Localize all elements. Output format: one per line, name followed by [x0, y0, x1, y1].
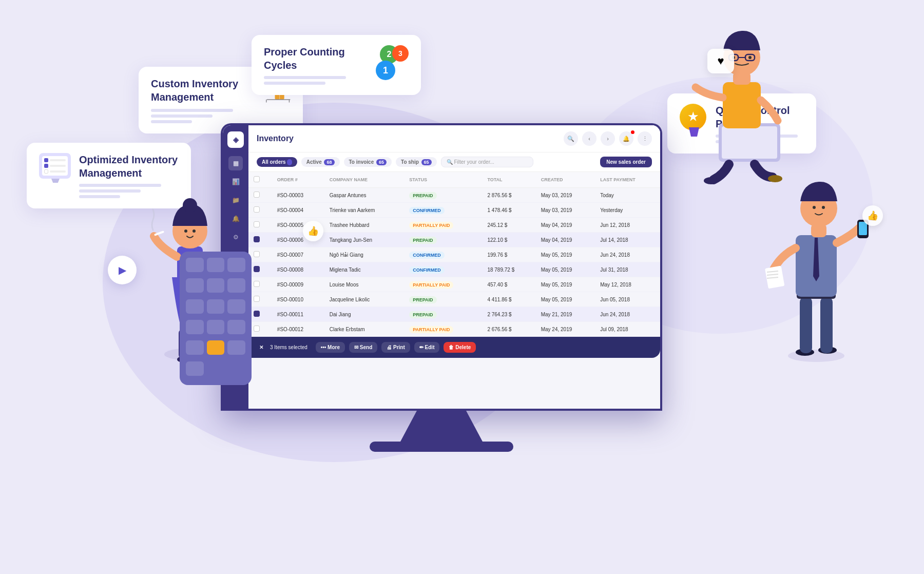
cell-created: May 05, 2019	[536, 277, 595, 292]
status-badge: PREPAID	[409, 296, 436, 303]
cell-last: May 12, 2018	[595, 277, 660, 292]
sidebar-icon-bell[interactable]: 🔔	[228, 212, 243, 226]
col-last[interactable]: Last payment	[595, 172, 660, 188]
selected-count: 3	[270, 345, 273, 350]
cell-last: Jun 12, 2018	[595, 218, 660, 233]
sidebar-icon-grid[interactable]: ▦	[228, 156, 243, 170]
card-quality-control: ★ Quality Control Process	[667, 93, 816, 154]
cell-company: Tangkang Jun-Sen	[324, 233, 405, 247]
cell-last: Yesterday	[595, 203, 660, 218]
cell-total: 2 764.23 $	[482, 307, 535, 322]
header-notif-btn[interactable]: 🔔	[619, 131, 633, 146]
filter-count-invoice: 65	[376, 159, 387, 165]
header-checkbox[interactable]	[254, 176, 260, 182]
cell-order: #SO-00012	[272, 322, 324, 337]
row-checkbox[interactable]	[254, 236, 260, 242]
col-order[interactable]: Order #	[272, 172, 324, 188]
table-row: #SO-00011 Dai Jiang PREPAID 2 764.23 $ M…	[248, 307, 660, 322]
filter-to-ship[interactable]: To ship 65	[396, 157, 437, 167]
calc-btn	[227, 320, 245, 334]
cell-company: Trashee Hubbard	[324, 218, 405, 233]
col-company[interactable]: Company name	[324, 172, 405, 188]
counting-circles-icon: 2 3 1	[372, 45, 409, 80]
search-box[interactable]: 🔍 Filter your order...	[441, 157, 533, 167]
monitor-container: ◈ ▦ 📊 📁 🔔 ⚙ 👤 ☰ ••• Inventory 🔍 ‹	[221, 123, 662, 411]
selected-label: Items selected	[274, 345, 307, 350]
action-delete-btn[interactable]: 🗑 Delete	[444, 342, 476, 353]
table-row: #SO-00010 Jacqueline Likolic PREPAID 4 4…	[248, 292, 660, 307]
calc-btn	[186, 258, 204, 272]
cell-last: Today	[595, 188, 660, 203]
sidebar-icon-settings[interactable]: ⚙	[228, 230, 243, 244]
cell-order: #SO-00010	[272, 292, 324, 307]
row-checkbox[interactable]	[254, 296, 260, 302]
cell-company: Clarke Erbstam	[324, 322, 405, 337]
calc-btn	[207, 320, 225, 334]
cell-order: #SO-00008	[272, 262, 324, 277]
filter-active[interactable]: Active 68	[301, 157, 340, 167]
table-container: Order # Company name Status Total Create…	[248, 172, 660, 337]
cell-created: May 04, 2019	[536, 218, 595, 233]
action-close-btn[interactable]: ✕	[257, 342, 266, 353]
filter-all-orders[interactable]: All orders	[257, 157, 297, 167]
cell-company: Jacqueline Likolic	[324, 292, 405, 307]
action-edit-btn[interactable]: ✏ Edit	[414, 342, 440, 353]
action-bar: ✕ 3 Items selected ••• More ✉ Send 🖨 Pri…	[248, 337, 660, 358]
status-badge: PREPAID	[409, 311, 436, 318]
status-badge: CONFIRMED	[409, 266, 445, 274]
cell-order: #SO-00004	[272, 203, 324, 218]
monitor-inner: ◈ ▦ 📊 📁 🔔 ⚙ 👤 ☰ ••• Inventory 🔍 ‹	[223, 125, 660, 409]
row-checkbox[interactable]	[254, 311, 260, 317]
calc-btn	[227, 340, 245, 355]
card-line	[716, 140, 777, 143]
action-print-btn[interactable]: 🖨 Print	[381, 342, 410, 353]
table-row: #SO-00004 Trienke van Aarkem CONFIRMED 1…	[248, 203, 660, 218]
col-total[interactable]: Total	[482, 172, 535, 188]
cell-created: May 05, 2019	[536, 292, 595, 307]
table-header: Order # Company name Status Total Create…	[248, 172, 660, 188]
filter-to-invoice[interactable]: To invoice 65	[344, 157, 392, 167]
row-checkbox[interactable]	[254, 221, 260, 227]
calc-btn	[207, 258, 225, 272]
card-line	[264, 76, 346, 79]
row-checkbox[interactable]	[254, 192, 260, 198]
cell-total: 245.12 $	[482, 218, 535, 233]
play-button[interactable]: ▶	[108, 256, 137, 284]
card-optimized-lines	[79, 184, 179, 198]
header-actions: 🔍 ‹ › 🔔 ⋮	[564, 131, 652, 146]
action-send-btn[interactable]: ✉ Send	[349, 342, 377, 353]
calc-btn	[186, 320, 204, 334]
header-nav-prev[interactable]: ‹	[582, 131, 596, 146]
card-line	[264, 82, 325, 85]
calc-btn	[227, 278, 245, 293]
cell-created: May 05, 2019	[536, 262, 595, 277]
col-created[interactable]: Created	[536, 172, 595, 188]
filter-count-all	[287, 159, 292, 165]
cell-company: Gaspar Antunes	[324, 188, 405, 203]
table-body: #SO-00003 Gaspar Antunes PREPAID 2 876.5…	[248, 188, 660, 337]
header-search-btn[interactable]: 🔍	[564, 131, 578, 146]
card-quality-title: Quality Control Process	[716, 104, 804, 130]
row-checkbox[interactable]	[254, 206, 260, 213]
calc-btn	[227, 258, 245, 272]
row-checkbox[interactable]	[254, 266, 260, 272]
header-menu-btn[interactable]: ⋮	[638, 131, 652, 146]
new-order-button[interactable]: New sales order	[600, 157, 652, 167]
row-checkbox[interactable]	[254, 281, 260, 287]
inventory-table: Order # Company name Status Total Create…	[248, 172, 660, 337]
col-status[interactable]: Status	[404, 172, 482, 188]
thumb-icon-right: 👍	[862, 205, 883, 226]
cell-company: Louise Moos	[324, 277, 405, 292]
cell-last: Jun 24, 2018	[595, 307, 660, 322]
row-checkbox[interactable]	[254, 251, 260, 257]
sidebar-icon-chart[interactable]: 📊	[228, 175, 243, 189]
row-checkbox[interactable]	[254, 326, 260, 332]
monitor-checklist-icon	[39, 153, 72, 183]
filter-count-active: 68	[324, 159, 334, 165]
action-more-btn[interactable]: ••• More	[316, 342, 345, 353]
header-nav-next[interactable]: ›	[601, 131, 615, 146]
sidebar-icon-folder[interactable]: 📁	[228, 193, 243, 207]
table-row: #SO-00012 Clarke Erbstam PARTIALLY PAID …	[248, 322, 660, 337]
heart-bubble: ♥	[707, 49, 734, 73]
card-optimized-inventory: Optimized Inventory Management	[27, 143, 191, 208]
